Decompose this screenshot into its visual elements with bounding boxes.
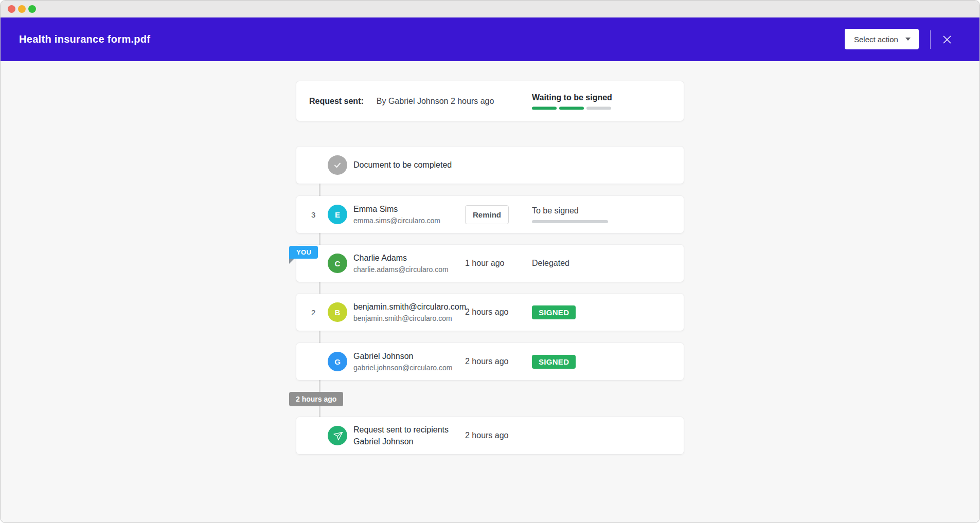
recipient-row-benjamin: 2 B benjamin.smith@circularo.com benjami… <box>296 294 684 331</box>
recipient-row-gabriel: G Gabriel Johnson gabriel.johnson@circul… <box>296 343 684 380</box>
progress-segment-1 <box>532 106 557 110</box>
event-title: Request sent to recipients <box>353 425 465 435</box>
signing-timeline: Document to be completed 3 E Emma Sims e… <box>296 147 684 454</box>
you-badge: YOU <box>289 246 318 259</box>
recipient-email: charlie.adams@circularo.com <box>353 265 465 274</box>
overall-status-title: Waiting to be signed <box>532 93 614 102</box>
recipient-time: 2 hours ago <box>465 357 532 366</box>
recipient-email: emma.sims@circularo.com <box>353 217 465 225</box>
progress-segment-2 <box>559 106 584 110</box>
avatar: G <box>328 352 347 371</box>
signing-progress-bar <box>532 106 614 110</box>
request-summary-card: Request sent: By Gabriel Johnson 2 hours… <box>296 81 684 121</box>
avatar: B <box>328 302 347 322</box>
recipient-email: gabriel.johnson@circularo.com <box>353 364 465 372</box>
close-button[interactable] <box>940 33 954 46</box>
signing-order: 2 <box>296 308 328 317</box>
app-window: Health insurance form.pdf Select action … <box>0 0 980 523</box>
sent-event-row: Request sent to recipients Gabriel Johns… <box>296 417 684 454</box>
avatar: C <box>328 254 347 273</box>
document-header: Health insurance form.pdf Select action <box>1 17 979 61</box>
milestone-label: Document to be completed <box>353 160 465 170</box>
signed-status-badge: SIGNED <box>532 355 576 369</box>
page-title: Health insurance form.pdf <box>19 33 150 45</box>
header-divider <box>930 30 931 49</box>
minimize-traffic-light[interactable] <box>18 5 26 13</box>
paper-plane-icon <box>332 430 343 441</box>
select-action-label: Select action <box>854 35 898 44</box>
milestone-row: Document to be completed <box>296 147 684 184</box>
recipient-email: benjamin.smith@circularo.com <box>353 314 465 322</box>
request-sent-label: Request sent: <box>309 97 364 106</box>
content-area: Request sent: By Gabriel Johnson 2 hours… <box>1 61 979 523</box>
recipient-status: To be signed <box>532 206 684 215</box>
event-time: 2 hours ago <box>465 431 532 440</box>
recipient-row-charlie: YOU C Charlie Adams charlie.adams@circul… <box>296 245 684 282</box>
time-marker-badge: 2 hours ago <box>289 392 343 406</box>
avatar: E <box>328 205 347 224</box>
request-sent-by: By Gabriel Johnson 2 hours ago <box>377 97 494 106</box>
recipient-name: Charlie Adams <box>353 254 465 263</box>
recipient-name: benjamin.smith@circularo.com <box>353 302 465 312</box>
recipient-name: Emma Sims <box>353 205 465 214</box>
recipient-name: Gabriel Johnson <box>353 352 465 361</box>
recipient-status: Delegated <box>532 259 684 268</box>
signed-status-badge: SIGNED <box>532 305 576 319</box>
signing-order: 3 <box>296 210 328 219</box>
chevron-down-icon <box>905 38 911 41</box>
check-icon <box>333 160 342 170</box>
close-icon <box>942 34 952 45</box>
progress-segment-3 <box>586 106 611 110</box>
recipient-row-emma: 3 E Emma Sims emma.sims@circularo.com Re… <box>296 196 684 233</box>
milestone-avatar <box>328 155 347 175</box>
event-actor: Gabriel Johnson <box>353 437 465 446</box>
maximize-traffic-light[interactable] <box>28 5 36 13</box>
recipient-status-bar <box>532 220 608 223</box>
recipient-time: 2 hours ago <box>465 308 532 317</box>
overall-status: Waiting to be signed <box>532 93 614 110</box>
sent-event-avatar <box>328 426 347 445</box>
close-traffic-light[interactable] <box>8 5 15 13</box>
remind-button[interactable]: Remind <box>465 205 509 224</box>
titlebar <box>1 1 979 17</box>
select-action-button[interactable]: Select action <box>845 29 919 49</box>
recipient-time: 1 hour ago <box>465 259 532 268</box>
